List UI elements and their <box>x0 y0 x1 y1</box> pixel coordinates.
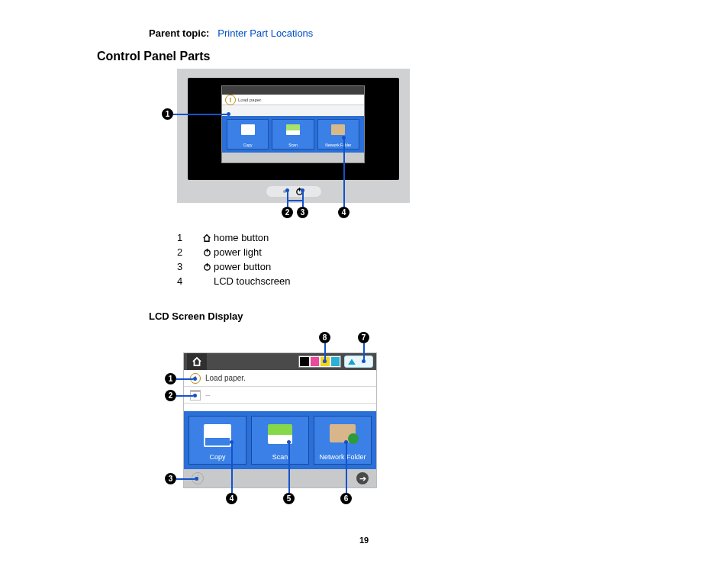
home-icon <box>200 233 214 243</box>
callout-lead <box>173 114 227 115</box>
callout-lead <box>176 478 195 480</box>
ink-levels-icon <box>298 355 341 368</box>
lcd-status-row: ! Load paper. <box>184 370 376 387</box>
subheading: LCD Screen Display <box>149 310 243 322</box>
callout-dot <box>362 359 366 363</box>
copy-icon <box>204 424 231 447</box>
power-icon <box>200 248 214 256</box>
legend-text: LCD touchscreen <box>214 275 290 287</box>
callout-f2-2: 2 <box>165 390 176 401</box>
parent-topic-label: Parent topic: <box>149 27 209 39</box>
callout-dot <box>230 440 234 444</box>
legend-row: 2 power light <box>177 246 290 258</box>
callout-1: 1 <box>162 108 173 120</box>
home-icon <box>187 353 207 370</box>
tile-scan: Scan <box>251 416 309 465</box>
callout-dot <box>195 477 198 481</box>
callout-dot <box>227 112 230 116</box>
tile-network-folder: Network Folder <box>314 416 372 465</box>
callout-lead <box>346 442 347 493</box>
callout-lead <box>231 442 233 493</box>
callout-lead <box>288 442 290 493</box>
callout-f2-7: 7 <box>358 332 369 343</box>
legend-text: power button <box>214 261 271 272</box>
wifi-status-icon <box>344 355 373 368</box>
lcd-tabbar <box>184 353 376 370</box>
legend-row: 3 power button <box>177 261 290 272</box>
mini-status-row: ! Load paper. <box>222 95 364 105</box>
callout-2: 2 <box>282 207 293 218</box>
callout-lead <box>176 395 193 397</box>
callout-f2-1: 1 <box>165 373 176 384</box>
legend-list: 1 home button 2 power light 3 power butt… <box>177 229 290 290</box>
callout-3: 3 <box>297 207 308 218</box>
parent-topic-link[interactable]: Printer Part Locations <box>217 27 313 39</box>
callout-lead <box>363 343 365 360</box>
callout-f2-3: 3 <box>165 473 176 484</box>
callout-dot <box>285 188 289 192</box>
callout-lead <box>176 378 193 380</box>
next-arrow-icon: ➔ <box>356 472 369 484</box>
callout-f2-5: 5 <box>283 493 295 504</box>
legend-text: home button <box>214 232 269 243</box>
callout-dot <box>344 440 348 444</box>
callout-dot <box>301 188 304 192</box>
lcd-tray-row: -- <box>184 387 376 404</box>
page: Parent topic: Printer Part Locations Con… <box>0 0 728 563</box>
callout-dot <box>323 359 327 363</box>
parent-topic-line: Parent topic: Printer Part Locations <box>149 27 313 39</box>
callout-dot <box>193 394 197 397</box>
callout-f2-4: 4 <box>226 493 237 504</box>
page-number: 19 <box>0 536 728 545</box>
tile-copy: Copy <box>188 416 246 465</box>
folder-icon <box>330 424 356 442</box>
callout-dot <box>193 377 197 381</box>
mini-tile-copy: Copy <box>227 119 269 150</box>
power-icon <box>200 262 214 271</box>
lcd-footer: i ➔ <box>184 469 376 487</box>
load-paper-text: Load paper. <box>205 374 246 382</box>
mini-load-paper: Load paper. <box>238 98 263 102</box>
mini-tabbar <box>222 86 364 95</box>
callout-lead <box>343 137 345 208</box>
callout-dot <box>342 136 346 140</box>
tray-text: -- <box>205 391 211 399</box>
callout-lead <box>324 343 326 360</box>
legend-row: 4 LCD touchscreen <box>177 275 290 287</box>
callout-f2-6: 6 <box>340 493 352 504</box>
section-heading: Control Panel Parts <box>97 50 210 63</box>
callout-dot <box>287 440 291 444</box>
mini-tile-network-folder: Network Folder <box>317 119 359 150</box>
power-strip <box>266 186 321 197</box>
legend-row: 1 home button <box>177 232 290 243</box>
callout-lead <box>287 200 304 201</box>
figure-lcd-screenshot: ! Load paper. -- Copy Scan Network Folde… <box>183 352 377 488</box>
callout-4: 4 <box>338 207 350 218</box>
callout-f2-8: 8 <box>319 332 330 343</box>
mini-tile-scan: Scan <box>272 119 314 150</box>
figure-control-panel: ! Load paper. Copy Scan Network Folder <box>177 69 410 203</box>
warning-icon: ! <box>225 95 236 105</box>
legend-text: power light <box>214 246 262 258</box>
